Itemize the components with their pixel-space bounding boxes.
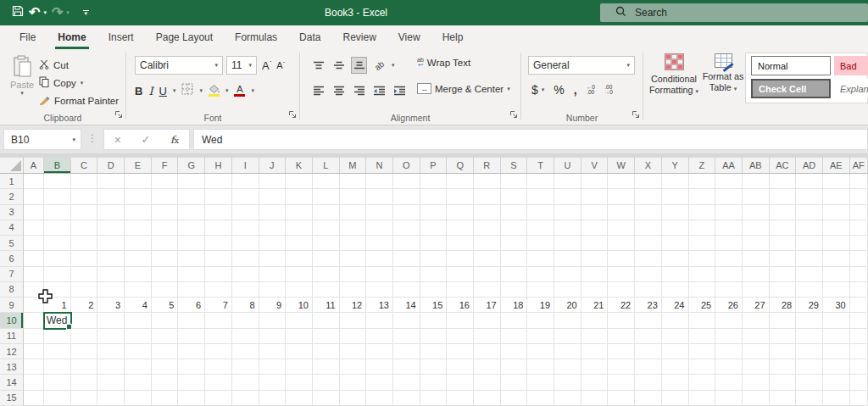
cell-Q14[interactable]: [447, 375, 474, 390]
cell-W15[interactable]: [608, 391, 635, 406]
cell-O6[interactable]: [393, 251, 420, 266]
align-bottom-button[interactable]: [351, 57, 367, 74]
cell-G7[interactable]: [178, 267, 205, 282]
cell-AF10[interactable]: [850, 313, 868, 328]
cell-E6[interactable]: [125, 251, 152, 266]
column-header-X[interactable]: X: [635, 158, 662, 173]
cell-C14[interactable]: [71, 375, 98, 390]
cell-F1[interactable]: [152, 174, 179, 189]
cell-AC5[interactable]: [770, 236, 797, 251]
cell-A4[interactable]: [24, 220, 44, 236]
cell-V8[interactable]: [581, 282, 609, 298]
cell-G10[interactable]: [178, 313, 205, 328]
cell-P11[interactable]: [420, 329, 448, 344]
cell-Z7[interactable]: [689, 267, 716, 282]
cell-W6[interactable]: [608, 251, 635, 266]
font-dialog-launcher-icon[interactable]: [288, 107, 297, 122]
cell-Z6[interactable]: [689, 251, 716, 266]
cell-Z13[interactable]: [689, 359, 716, 375]
cell-N8[interactable]: [366, 282, 393, 298]
cell-Q7[interactable]: [447, 267, 474, 282]
cell-P10[interactable]: [420, 313, 448, 328]
align-top-button[interactable]: [310, 57, 326, 74]
cell-R15[interactable]: [474, 391, 501, 406]
cell-P7[interactable]: [420, 267, 448, 282]
cell-Q5[interactable]: [447, 236, 474, 251]
cell-Q15[interactable]: [447, 391, 474, 406]
cell-T13[interactable]: [527, 359, 554, 375]
cell-I13[interactable]: [232, 359, 259, 375]
cell-AD14[interactable]: [796, 375, 823, 390]
cell-Z11[interactable]: [689, 329, 716, 344]
name-box-dropdown-icon[interactable]: ▾: [72, 136, 75, 143]
cell-AC8[interactable]: [770, 282, 797, 298]
cell-AB3[interactable]: [743, 205, 770, 220]
cell-O1[interactable]: [393, 174, 420, 189]
cell-O3[interactable]: [393, 205, 420, 220]
cell-J12[interactable]: [259, 344, 287, 359]
cell-I5[interactable]: [232, 236, 259, 251]
cell-AE8[interactable]: [823, 282, 850, 298]
currency-dropdown-icon[interactable]: ▾: [542, 86, 545, 93]
cell-J13[interactable]: [259, 359, 287, 375]
cell-L15[interactable]: [313, 391, 340, 406]
cell-A1[interactable]: [24, 174, 44, 189]
tab-data[interactable]: Data: [288, 25, 331, 49]
cell-Z8[interactable]: [689, 282, 716, 298]
column-header-Z[interactable]: Z: [689, 158, 716, 173]
cell-S1[interactable]: [501, 174, 528, 189]
fill-handle[interactable]: [66, 324, 72, 330]
cell-K10[interactable]: [286, 313, 313, 328]
cell-B3[interactable]: [44, 205, 71, 220]
cell-X2[interactable]: [635, 189, 662, 204]
cell-AF7[interactable]: [850, 267, 868, 282]
cell-AB4[interactable]: [743, 220, 770, 236]
cell-N14[interactable]: [366, 375, 393, 390]
cell-R3[interactable]: [474, 205, 501, 220]
cell-Z3[interactable]: [689, 205, 716, 220]
cell-N12[interactable]: [366, 344, 393, 359]
cell-D6[interactable]: [97, 251, 125, 266]
cell-K3[interactable]: [286, 205, 313, 220]
cell-AA9[interactable]: 26: [715, 298, 743, 313]
cell-J4[interactable]: [259, 220, 287, 236]
cell-S8[interactable]: [501, 282, 528, 298]
cell-T4[interactable]: [527, 220, 554, 236]
cell-D12[interactable]: [97, 344, 125, 359]
cell-K13[interactable]: [286, 359, 313, 375]
cell-AE7[interactable]: [823, 267, 850, 282]
font-color-button[interactable]: A: [234, 85, 245, 97]
cell-AB1[interactable]: [743, 174, 770, 189]
cell-I11[interactable]: [232, 329, 259, 344]
cell-L1[interactable]: [313, 174, 340, 189]
clipboard-dialog-launcher-icon[interactable]: [114, 107, 123, 122]
cell-J14[interactable]: [259, 375, 287, 390]
cell-X1[interactable]: [635, 174, 662, 189]
cell-W2[interactable]: [608, 189, 635, 204]
cell-O15[interactable]: [393, 391, 420, 406]
cell-V6[interactable]: [581, 251, 609, 266]
cell-X6[interactable]: [635, 251, 662, 266]
cell-E3[interactable]: [125, 205, 152, 220]
cell-H7[interactable]: [205, 267, 232, 282]
merge-center-button[interactable]: ↔ Merge & Center ▾: [417, 83, 510, 94]
cell-AA8[interactable]: [715, 282, 743, 298]
cell-C7[interactable]: [71, 267, 98, 282]
cell-AB8[interactable]: [743, 282, 770, 298]
cell-AA4[interactable]: [715, 220, 743, 236]
cell-P6[interactable]: [420, 251, 448, 266]
cell-M9[interactable]: 12: [340, 298, 367, 313]
cell-AD13[interactable]: [796, 359, 823, 375]
insert-function-icon[interactable]: fx: [170, 134, 179, 146]
cell-V9[interactable]: 21: [581, 298, 609, 313]
cell-C15[interactable]: [71, 391, 98, 406]
cell-H8[interactable]: [205, 282, 232, 298]
row-header-12[interactable]: 12: [0, 344, 24, 359]
cell-Z5[interactable]: [689, 236, 716, 251]
cell-S15[interactable]: [501, 391, 528, 406]
cell-X14[interactable]: [635, 375, 662, 390]
redo-icon[interactable]: ↷: [52, 6, 63, 19]
cell-AF8[interactable]: [850, 282, 868, 298]
cell-M12[interactable]: [340, 344, 367, 359]
cell-Z4[interactable]: [689, 220, 716, 236]
